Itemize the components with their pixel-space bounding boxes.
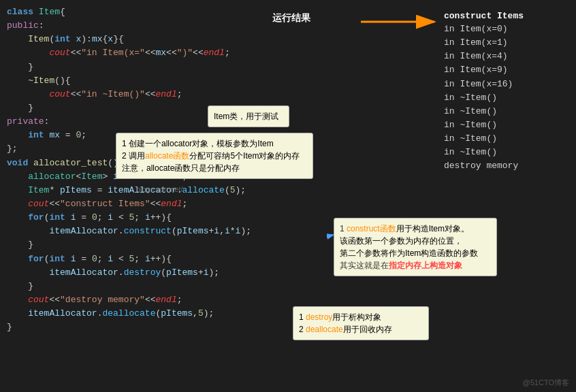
runtime-label: 运行结果 xyxy=(272,12,310,24)
code-line-24: } xyxy=(7,321,320,334)
tooltip-item-class: Item类，用于测试 xyxy=(208,105,289,127)
code-line-3: Item(int x):mx{x}{ xyxy=(7,33,320,46)
result-header: construct Items xyxy=(444,11,572,21)
result-line-8: in ~Item() xyxy=(444,118,572,132)
watermark: @51CTO博客 xyxy=(523,378,569,388)
code-line-18: } xyxy=(7,238,320,252)
code-line-5: } xyxy=(7,61,320,74)
result-line-2: in Item(x=1) xyxy=(444,36,572,50)
result-line-4: in Item(x=9) xyxy=(444,63,572,77)
blog-watermark: blog.csdn.net/ xyxy=(136,185,183,193)
allocator-tip-line1: 1 创建一个allocator对象，模板参数为Item xyxy=(122,137,307,150)
code-line-19: for(int i = 0; i < 5; i++){ xyxy=(7,252,320,266)
tooltip-destroy: 1 destroy用于析构对象 2 deallocate用于回收内存 xyxy=(293,306,429,340)
code-line-17: itemAllocator.construct(pItems+i,i*i); xyxy=(7,225,320,238)
code-line-6: ~Item(){ xyxy=(7,74,320,88)
code-line-15: cout<<"construct Items"<<endl; xyxy=(7,197,320,211)
result-line-11: destroy memory xyxy=(444,159,572,173)
code-line-7: cout<<"in ~Item()"<<endl; xyxy=(7,88,320,101)
tooltip-allocator: 1 创建一个allocator对象，模板参数为Item 2 调用allocate… xyxy=(116,133,313,179)
code-line-20: itemAllocator.destroy(pItems+i); xyxy=(7,266,320,280)
allocator-tip-line3: 注意，allocate函数只是分配内存 xyxy=(122,162,307,174)
result-line-5: in Item(x=16) xyxy=(444,78,572,91)
main-container: class Item{ public: Item(int x):mx{x}{ c… xyxy=(0,0,576,392)
result-line-1: in Item(x=0) xyxy=(444,22,572,36)
tooltip-construct: 1 construct函数用于构造Item对象。 该函数第一个参数为内存的位置，… xyxy=(334,218,497,276)
results-panel: construct Items in Item(x=0) in Item(x=1… xyxy=(440,5,576,179)
code-line-23: itemAllocator.deallocate(pItems,5); xyxy=(7,307,320,321)
result-line-10: in ~Item() xyxy=(444,146,572,159)
result-line-9: in ~Item() xyxy=(444,132,572,146)
result-line-7: in ~Item() xyxy=(444,105,572,118)
code-line-21: } xyxy=(7,280,320,293)
code-line-4: cout<<"in Item(x="<<mx<<")"<<endl; xyxy=(7,46,320,60)
allocator-tip-line2: 2 调用allocate函数分配可容纳5个Item对象的内存 xyxy=(122,150,307,162)
code-line-22: cout<<"destroy memory"<<endl; xyxy=(7,293,320,307)
code-line-16: for(int i = 0; i < 5; i++){ xyxy=(7,211,320,225)
result-line-6: in ~Item() xyxy=(444,91,572,105)
code-panel: class Item{ public: Item(int x):mx{x}{ c… xyxy=(0,0,327,392)
result-line-3: in Item(x=4) xyxy=(444,50,572,63)
